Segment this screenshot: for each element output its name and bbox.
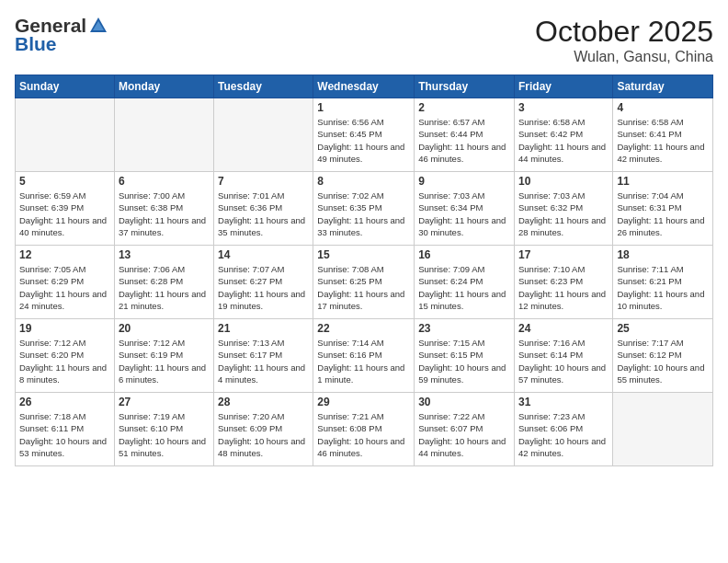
day-number: 16 xyxy=(418,248,510,261)
day-number: 5 xyxy=(19,175,110,188)
calendar-cell: 10Sunrise: 7:03 AM Sunset: 6:32 PM Dayli… xyxy=(514,172,612,246)
day-number: 24 xyxy=(518,322,609,335)
calendar-cell: 18Sunrise: 7:11 AM Sunset: 6:21 PM Dayli… xyxy=(613,246,713,319)
day-number: 7 xyxy=(218,175,309,188)
day-info: Sunrise: 7:03 AM Sunset: 6:34 PM Dayligh… xyxy=(418,190,510,238)
calendar-cell: 31Sunrise: 7:23 AM Sunset: 6:06 PM Dayli… xyxy=(514,393,612,466)
calendar-cell: 23Sunrise: 7:15 AM Sunset: 6:15 PM Dayli… xyxy=(415,319,515,393)
calendar-cell: 3Sunrise: 6:58 AM Sunset: 6:42 PM Daylig… xyxy=(514,98,612,172)
day-number: 23 xyxy=(418,322,510,335)
day-info: Sunrise: 6:57 AM Sunset: 6:44 PM Dayligh… xyxy=(418,116,510,165)
day-number: 18 xyxy=(617,248,709,261)
col-thursday: Thursday xyxy=(415,75,515,98)
day-info: Sunrise: 6:59 AM Sunset: 6:39 PM Dayligh… xyxy=(19,190,110,238)
calendar-cell: 24Sunrise: 7:16 AM Sunset: 6:14 PM Dayli… xyxy=(514,319,612,393)
day-info: Sunrise: 7:22 AM Sunset: 6:07 PM Dayligh… xyxy=(418,410,510,459)
day-info: Sunrise: 7:13 AM Sunset: 6:17 PM Dayligh… xyxy=(218,337,309,385)
calendar-cell: 4Sunrise: 6:58 AM Sunset: 6:41 PM Daylig… xyxy=(613,98,713,172)
week-row-3: 12Sunrise: 7:05 AM Sunset: 6:29 PM Dayli… xyxy=(16,246,713,319)
day-info: Sunrise: 7:05 AM Sunset: 6:29 PM Dayligh… xyxy=(19,263,110,312)
day-info: Sunrise: 7:21 AM Sunset: 6:08 PM Dayligh… xyxy=(317,410,410,459)
calendar-cell: 1Sunrise: 6:56 AM Sunset: 6:45 PM Daylig… xyxy=(313,98,415,172)
calendar-cell: 21Sunrise: 7:13 AM Sunset: 6:17 PM Dayli… xyxy=(214,319,313,393)
day-number: 25 xyxy=(617,322,709,335)
logo-icon xyxy=(88,16,108,36)
calendar-cell: 19Sunrise: 7:12 AM Sunset: 6:20 PM Dayli… xyxy=(16,319,115,393)
day-info: Sunrise: 7:00 AM Sunset: 6:38 PM Dayligh… xyxy=(119,190,210,238)
day-info: Sunrise: 7:11 AM Sunset: 6:21 PM Dayligh… xyxy=(617,263,709,312)
day-info: Sunrise: 7:09 AM Sunset: 6:24 PM Dayligh… xyxy=(418,263,510,312)
day-number: 10 xyxy=(518,175,609,188)
col-tuesday: Tuesday xyxy=(214,75,313,98)
day-info: Sunrise: 7:17 AM Sunset: 6:12 PM Dayligh… xyxy=(617,337,709,385)
day-info: Sunrise: 7:06 AM Sunset: 6:28 PM Dayligh… xyxy=(119,263,210,312)
day-number: 12 xyxy=(19,248,110,261)
day-info: Sunrise: 6:58 AM Sunset: 6:41 PM Dayligh… xyxy=(617,116,709,165)
day-info: Sunrise: 7:07 AM Sunset: 6:27 PM Dayligh… xyxy=(218,263,309,312)
logo: General Blue xyxy=(15,15,108,55)
day-info: Sunrise: 7:08 AM Sunset: 6:25 PM Dayligh… xyxy=(317,263,410,312)
calendar-cell: 6Sunrise: 7:00 AM Sunset: 6:38 PM Daylig… xyxy=(114,172,213,246)
day-info: Sunrise: 7:02 AM Sunset: 6:35 PM Dayligh… xyxy=(317,190,410,238)
col-monday: Monday xyxy=(114,75,213,98)
day-number: 31 xyxy=(518,396,609,408)
day-number: 1 xyxy=(317,101,410,114)
day-number: 20 xyxy=(119,322,210,335)
day-number: 6 xyxy=(119,175,210,188)
calendar-cell: 12Sunrise: 7:05 AM Sunset: 6:29 PM Dayli… xyxy=(16,246,115,319)
day-number: 28 xyxy=(218,396,309,408)
calendar-cell: 14Sunrise: 7:07 AM Sunset: 6:27 PM Dayli… xyxy=(214,246,313,319)
calendar-cell: 11Sunrise: 7:04 AM Sunset: 6:31 PM Dayli… xyxy=(613,172,713,246)
calendar-cell: 7Sunrise: 7:01 AM Sunset: 6:36 PM Daylig… xyxy=(214,172,313,246)
day-number: 17 xyxy=(518,248,609,261)
day-info: Sunrise: 7:16 AM Sunset: 6:14 PM Dayligh… xyxy=(518,337,609,385)
day-info: Sunrise: 7:03 AM Sunset: 6:32 PM Dayligh… xyxy=(518,190,609,238)
day-info: Sunrise: 7:12 AM Sunset: 6:19 PM Dayligh… xyxy=(119,337,210,385)
day-number: 29 xyxy=(317,396,410,408)
calendar-cell: 20Sunrise: 7:12 AM Sunset: 6:19 PM Dayli… xyxy=(114,319,213,393)
calendar-cell: 30Sunrise: 7:22 AM Sunset: 6:07 PM Dayli… xyxy=(415,393,515,466)
day-number: 9 xyxy=(418,175,510,188)
day-number: 3 xyxy=(518,101,609,114)
day-info: Sunrise: 7:01 AM Sunset: 6:36 PM Dayligh… xyxy=(218,190,309,238)
page-title: October 2025 xyxy=(535,15,713,49)
calendar-cell xyxy=(114,98,213,172)
day-info: Sunrise: 7:19 AM Sunset: 6:10 PM Dayligh… xyxy=(119,410,210,459)
day-number: 19 xyxy=(19,322,110,335)
day-number: 11 xyxy=(617,175,709,188)
calendar-cell: 28Sunrise: 7:20 AM Sunset: 6:09 PM Dayli… xyxy=(214,393,313,466)
day-number: 2 xyxy=(418,101,510,114)
day-number: 22 xyxy=(317,322,410,335)
calendar-cell: 15Sunrise: 7:08 AM Sunset: 6:25 PM Dayli… xyxy=(313,246,415,319)
calendar-cell: 17Sunrise: 7:10 AM Sunset: 6:23 PM Dayli… xyxy=(514,246,612,319)
day-info: Sunrise: 7:20 AM Sunset: 6:09 PM Dayligh… xyxy=(218,410,309,459)
day-number: 14 xyxy=(218,248,309,261)
calendar-header-row: Sunday Monday Tuesday Wednesday Thursday… xyxy=(16,75,713,98)
day-number: 26 xyxy=(19,396,110,408)
day-number: 15 xyxy=(317,248,410,261)
day-number: 27 xyxy=(119,396,210,408)
day-info: Sunrise: 6:58 AM Sunset: 6:42 PM Dayligh… xyxy=(518,116,609,165)
calendar-cell xyxy=(16,98,115,172)
logo-blue: Blue xyxy=(15,33,57,55)
page-header: General Blue October 2025 Wulan, Gansu, … xyxy=(15,15,713,65)
day-number: 30 xyxy=(418,396,510,408)
week-row-5: 26Sunrise: 7:18 AM Sunset: 6:11 PM Dayli… xyxy=(16,393,713,466)
calendar-cell: 25Sunrise: 7:17 AM Sunset: 6:12 PM Dayli… xyxy=(613,319,713,393)
day-info: Sunrise: 7:04 AM Sunset: 6:31 PM Dayligh… xyxy=(617,190,709,238)
week-row-1: 1Sunrise: 6:56 AM Sunset: 6:45 PM Daylig… xyxy=(16,98,713,172)
day-info: Sunrise: 6:56 AM Sunset: 6:45 PM Dayligh… xyxy=(317,116,410,165)
col-saturday: Saturday xyxy=(613,75,713,98)
day-number: 21 xyxy=(218,322,309,335)
day-number: 4 xyxy=(617,101,709,114)
week-row-4: 19Sunrise: 7:12 AM Sunset: 6:20 PM Dayli… xyxy=(16,319,713,393)
calendar-table: Sunday Monday Tuesday Wednesday Thursday… xyxy=(15,75,713,466)
day-number: 13 xyxy=(119,248,210,261)
page-subtitle: Wulan, Gansu, China xyxy=(535,49,713,65)
calendar-cell: 27Sunrise: 7:19 AM Sunset: 6:10 PM Dayli… xyxy=(114,393,213,466)
day-info: Sunrise: 7:18 AM Sunset: 6:11 PM Dayligh… xyxy=(19,410,110,459)
day-info: Sunrise: 7:10 AM Sunset: 6:23 PM Dayligh… xyxy=(518,263,609,312)
calendar-cell: 13Sunrise: 7:06 AM Sunset: 6:28 PM Dayli… xyxy=(114,246,213,319)
col-friday: Friday xyxy=(514,75,612,98)
calendar-cell xyxy=(214,98,313,172)
